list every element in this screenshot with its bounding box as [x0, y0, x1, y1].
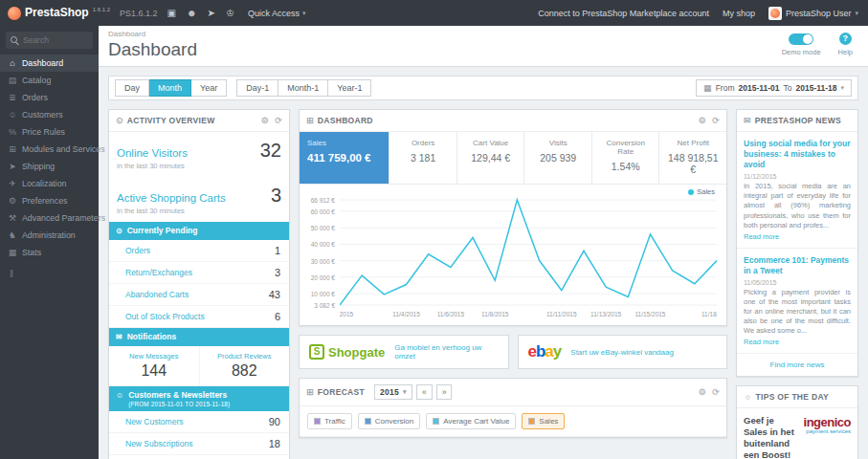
home-icon: ⌂ [8, 58, 17, 68]
period-button-group: Day Month Year [115, 79, 227, 97]
forecast-legend-conversion[interactable]: Conversion [358, 413, 420, 429]
gear-icon[interactable]: ⚙ [699, 387, 706, 397]
news-article-excerpt: In 2015, social media are an integral pa… [744, 182, 851, 230]
search-input[interactable] [23, 35, 92, 45]
tips-panel-header: ☼ TIPS OF THE DAY [737, 386, 857, 408]
sidebar-item-catalog[interactable]: ▤Catalog [0, 72, 99, 89]
sales-chart: Sales 3 082 €10 000 €20 000 €30 000 €40 … [300, 185, 726, 325]
shop-version-label: PS1.6.1.2 [120, 9, 158, 18]
tools-icon: ⚒ [8, 213, 17, 223]
my-shop-link[interactable]: My shop [723, 9, 755, 18]
customer-icon[interactable]: ☻ [187, 8, 197, 18]
gear-icon[interactable]: ⚙ [699, 116, 706, 125]
demo-mode-toggle[interactable] [789, 33, 813, 45]
day-button[interactable]: Day [115, 79, 149, 97]
forecast-legend-traffic[interactable]: Traffic [307, 413, 352, 429]
page-header: Dashboard Dashboard Demo mode ? Help [99, 26, 868, 67]
cart-icon[interactable]: ▣ [167, 8, 176, 18]
kpi-visits[interactable]: Visits205 939 [524, 132, 592, 184]
help-control: ? Help [838, 33, 853, 56]
modules-icon: ⊞ [8, 144, 17, 154]
sidebar-item-preferences[interactable]: ⚙Preferences [0, 192, 99, 209]
ebay-link[interactable]: Start uw eBay-winkel vandaag [570, 348, 674, 357]
kpi-cart-value[interactable]: Cart Value129,44 € [457, 132, 525, 184]
sidebar-item-price-rules[interactable]: %Price Rules [0, 123, 99, 141]
abandoned-carts-row[interactable]: Abandoned Carts43 [109, 284, 289, 306]
sidebar-item-shipping[interactable]: ➤Shipping [0, 158, 99, 175]
refresh-icon[interactable]: ⟳ [712, 387, 720, 397]
version-badge: 1.6.1.2 [93, 7, 110, 12]
new-customers-row[interactable]: New Customers90 [109, 411, 289, 433]
pending-orders-row[interactable]: Orders1 [109, 240, 289, 262]
refresh-icon[interactable]: ⟳ [712, 116, 720, 125]
sales-chart-svg [340, 196, 717, 309]
sidebar-item-stats[interactable]: ▦Stats [0, 244, 99, 261]
user-menu[interactable]: PrestaShop User ▾ [768, 7, 858, 20]
shopgate-logo-icon: S [309, 344, 324, 360]
marketplace-connect-link[interactable]: Connect to PrestaShop Marketplace accoun… [538, 9, 709, 18]
day-1-button[interactable]: Day-1 [236, 79, 278, 97]
trophy-icon[interactable]: ♔ [226, 8, 234, 18]
ebay-module-banner: ebay Start uw eBay-winkel vandaag [518, 335, 728, 369]
new-messages-stat[interactable]: New Messages 144 [109, 346, 199, 385]
forecast-legend-average-cart-value[interactable]: Average Cart Value [426, 413, 516, 429]
sidebar-search[interactable] [6, 32, 93, 49]
shopgate-logo: S Shopgate [309, 344, 385, 360]
dashboard-panel: ⊞ DASHBOARD ⚙ ⟳ Sales411 759,00 € Orders… [299, 109, 727, 326]
prestashop-logo[interactable]: PrestaShop 1.6.1.2 [0, 6, 118, 20]
kpi-sales[interactable]: Sales411 759,00 € [300, 132, 389, 184]
sidebar-item-orders[interactable]: ≣Orders [0, 89, 99, 106]
tips-headline: Geef je Sales in het buitenland een Boos… [744, 415, 797, 459]
help-icon[interactable]: ? [839, 33, 852, 45]
news-article-title[interactable]: Ecommerce 101: Payments in a Tweet [744, 255, 851, 276]
forecast-legend: Traffic Conversion Average Cart Value Sa… [300, 406, 726, 437]
kpi-orders[interactable]: Orders3 181 [389, 132, 457, 184]
sidebar-item-modules[interactable]: ⊞Modules and Services [0, 141, 99, 158]
gear-icon[interactable]: ⚙ [261, 116, 269, 125]
month-button[interactable]: Month [149, 79, 191, 97]
demo-mode-label: Demo mode [782, 48, 821, 56]
forecast-legend-swatch [314, 418, 321, 425]
new-subscriptions-row[interactable]: New Subscriptions18 [109, 433, 289, 455]
main-area: Dashboard Dashboard Demo mode ? Help Day… [99, 26, 868, 459]
news-article-title[interactable]: Using social media for your business: 4 … [744, 139, 851, 170]
online-visitors-link[interactable]: Online Visitors [117, 147, 188, 159]
sidebar-item-customers[interactable]: ☺Customers [0, 106, 99, 123]
ingenico-logo: ingenico payment services [802, 415, 851, 459]
search-icon [11, 36, 19, 45]
customers-icon: ☺ [8, 110, 17, 120]
forecast-legend-sales[interactable]: Sales [522, 413, 565, 429]
read-more-link[interactable]: Read more [744, 232, 779, 241]
refresh-icon[interactable]: ⟳ [275, 116, 282, 125]
out-of-stock-row[interactable]: Out of Stock Products6 [109, 306, 289, 328]
year-button[interactable]: Year [191, 79, 227, 97]
notifications-header: ✉ Notifications [109, 328, 289, 346]
total-subscribers-row[interactable]: Total Subscribers1308 [109, 455, 289, 459]
kpi-net-profit[interactable]: Net Profit148 918,51 € [659, 132, 726, 184]
date-range-picker[interactable]: ▦ From 2015-11-01 To 2015-11-18 ▾ [696, 79, 852, 97]
find-more-news-link[interactable]: Find more news [737, 354, 857, 376]
quick-access-dropdown[interactable]: Quick Access ▾ [248, 9, 306, 18]
forecast-prev-button[interactable]: « [416, 384, 433, 400]
sidebar-item-administration[interactable]: ♞Administration [0, 227, 99, 244]
pending-returns-row[interactable]: Return/Exchanges3 [109, 262, 289, 284]
forecast-next-button[interactable]: » [436, 384, 453, 400]
sidebar-item-localization[interactable]: ✈Localization [0, 175, 99, 192]
shopgate-link[interactable]: Ga mobiel en verhoog uw omzet [394, 343, 498, 361]
year-1-button[interactable]: Year-1 [328, 79, 371, 97]
news-icon: ✉ [744, 116, 751, 125]
month-1-button[interactable]: Month-1 [278, 79, 328, 97]
forecast-year-select[interactable]: 2015 ▾ [374, 384, 412, 400]
sidebar-item-advanced-parameters[interactable]: ⚒Advanced Parameters [0, 209, 99, 227]
send-icon[interactable]: ➤ [208, 8, 215, 18]
active-carts-link[interactable]: Active Shopping Carts [117, 192, 226, 204]
kpi-conversion-rate[interactable]: Conversion Rate1.54% [592, 132, 660, 184]
content: Day Month Year Day-1 Month-1 Year-1 ▦ Fr… [99, 67, 868, 459]
sidebar-collapse-button[interactable]: ‖ [0, 261, 99, 287]
active-carts-value: 3 [271, 185, 281, 207]
avatar [768, 7, 782, 20]
read-more-link[interactable]: Read more [744, 338, 779, 346]
product-reviews-stat[interactable]: Product Reviews 882 [199, 346, 290, 385]
chart-legend[interactable]: Sales [688, 187, 715, 196]
sidebar-item-dashboard[interactable]: ⌂Dashboard [0, 55, 99, 72]
